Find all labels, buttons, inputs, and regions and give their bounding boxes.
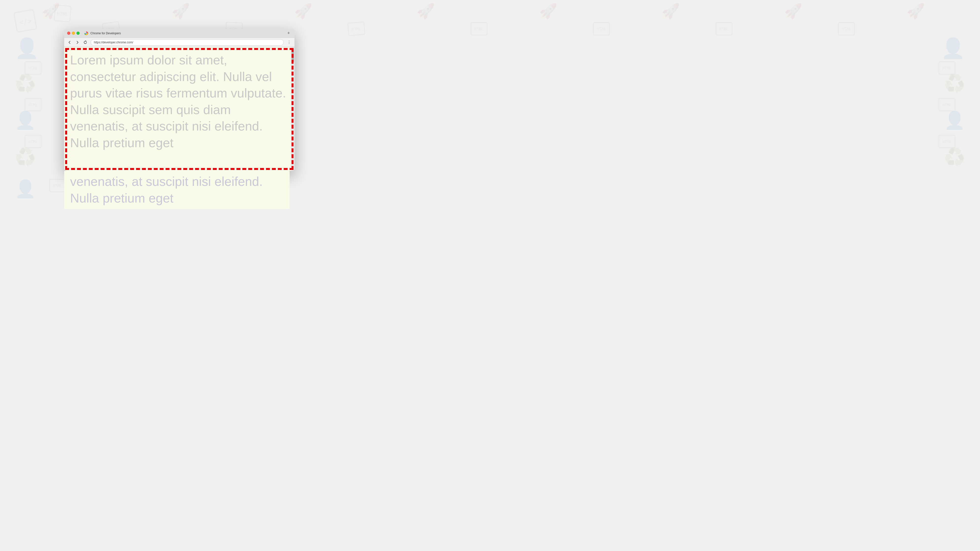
bg-html-mid-2: HTML <box>24 98 41 113</box>
svg-rect-18 <box>25 62 41 74</box>
bg-icon: HTML <box>53 4 72 27</box>
back-button[interactable] <box>66 39 73 46</box>
bg-html-b1: HTML <box>49 179 66 193</box>
bg-html-r2: HTML <box>939 98 956 113</box>
bg-html-7: HTML <box>838 22 855 37</box>
svg-text:HTML: HTML <box>942 139 952 144</box>
svg-text:HTML: HTML <box>597 27 606 31</box>
bg-html-6: HTML <box>715 22 733 37</box>
svg-rect-2 <box>54 5 71 22</box>
bg-html-r3: HTML <box>939 135 956 149</box>
bg-rocket-icon-8: 🚀 <box>907 2 925 20</box>
svg-text:HTML: HTML <box>56 11 68 17</box>
maximize-button[interactable] <box>76 32 80 35</box>
browser-window: Chrome for Developers + https://develope… <box>64 29 294 171</box>
close-button[interactable] <box>67 32 70 35</box>
svg-text:HTML: HTML <box>53 183 62 188</box>
address-bar[interactable]: https://developer.chrome.com/ <box>91 39 284 46</box>
below-browser-text: venenatis, at suscipit nisi eleifend. Nu… <box>64 171 290 209</box>
svg-rect-12 <box>593 22 609 35</box>
svg-rect-30 <box>49 179 66 192</box>
scrollbar-thumb[interactable] <box>291 48 294 63</box>
svg-text:HTML: HTML <box>474 27 484 31</box>
svg-rect-14 <box>716 22 732 35</box>
svg-text:HTML: HTML <box>29 139 38 144</box>
bg-cycle-2: ♻️ <box>15 147 36 167</box>
bg-rocket-icon-6: 🚀 <box>662 2 680 20</box>
svg-text:</>: </> <box>19 17 32 27</box>
svg-text:HTML: HTML <box>29 103 38 107</box>
bg-rocket-icon-7: 🚀 <box>784 2 802 20</box>
bg-cycle-r2: ♻️ <box>944 147 965 167</box>
bg-html-3: HTML <box>347 21 366 40</box>
title-bar: Chrome for Developers + <box>64 29 294 38</box>
minimize-button[interactable] <box>72 32 75 35</box>
scrollbar[interactable] <box>291 47 294 171</box>
bg-html-mid-1: HTML <box>24 61 41 76</box>
bg-person-1: 👤 <box>15 37 39 60</box>
bg-html-5: HTML <box>593 22 610 37</box>
svg-rect-8 <box>348 22 365 36</box>
svg-point-35 <box>86 33 87 34</box>
svg-text:HTML: HTML <box>719 27 729 31</box>
svg-rect-28 <box>939 135 955 148</box>
bg-html-mid-3: HTML <box>24 135 41 149</box>
svg-rect-10 <box>471 22 487 35</box>
page-content: Lorem ipsum dolor sit amet, consectetur … <box>64 47 294 171</box>
bg-rocket-icon-5: 🚀 <box>539 2 557 20</box>
bg-cycle-r1: ♻️ <box>944 73 965 94</box>
tab-title: Chrome for Developers <box>91 32 284 35</box>
bg-cycle-1: ♻️ <box>15 73 36 94</box>
svg-text:HTML: HTML <box>29 66 38 70</box>
svg-rect-26 <box>939 98 955 111</box>
svg-rect-22 <box>25 135 41 148</box>
bg-person-2: 👤 <box>15 110 36 130</box>
svg-rect-0 <box>14 10 37 32</box>
new-tab-button[interactable]: + <box>286 30 291 36</box>
svg-text:HTML: HTML <box>842 27 851 31</box>
nav-bar: https://developer.chrome.com/ ⋮ <box>64 38 294 47</box>
svg-rect-20 <box>25 98 41 111</box>
refresh-button[interactable] <box>82 39 89 46</box>
bg-rocket-icon-3: 🚀 <box>294 2 312 20</box>
forward-button[interactable] <box>74 39 81 46</box>
svg-text:HTML: HTML <box>942 103 952 107</box>
bg-html-r1: HTML <box>939 61 956 76</box>
bg-rocket-icon-4: 🚀 <box>417 2 435 20</box>
traffic-lights <box>67 32 80 35</box>
bg-person-b1: 👤 <box>15 179 36 199</box>
svg-text:HTML: HTML <box>942 66 952 70</box>
bg-icon: </> <box>13 8 39 39</box>
bg-person-r2: 👤 <box>944 110 965 130</box>
lorem-ipsum-text: Lorem ipsum dolor sit amet, consectetur … <box>64 47 294 156</box>
chrome-logo-icon <box>84 31 88 35</box>
bg-rocket-icon: 🚀 <box>41 2 60 20</box>
svg-rect-24 <box>939 62 955 74</box>
svg-rect-16 <box>838 22 854 35</box>
svg-text:HTML: HTML <box>352 26 361 32</box>
bg-person-r1: 👤 <box>941 37 965 60</box>
bg-html-4: HTML <box>470 22 488 37</box>
bg-rocket-icon-2: 🚀 <box>172 2 190 20</box>
url-text: https://developer.chrome.com/ <box>94 41 280 44</box>
browser-menu-button[interactable]: ⋮ <box>286 39 293 46</box>
